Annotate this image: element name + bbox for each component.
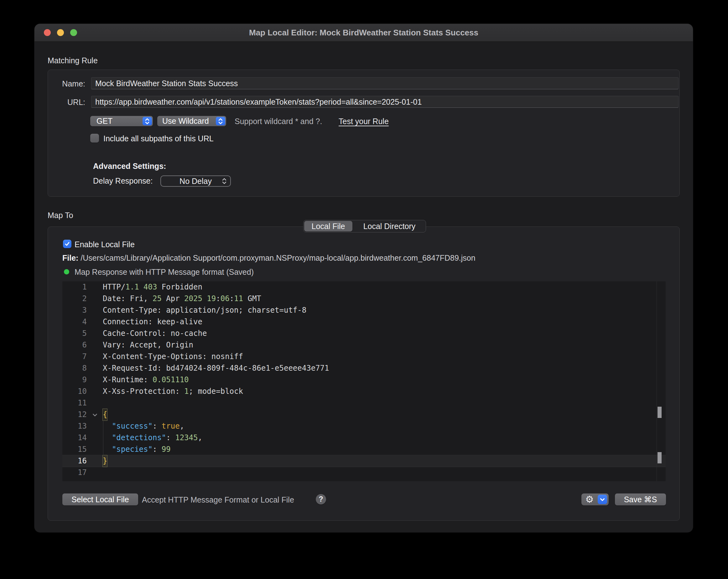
help-button[interactable]: ? — [316, 494, 326, 504]
url-input[interactable]: https://app.birdweather.com/api/v1/stati… — [91, 96, 678, 108]
tab-local-file[interactable]: Local File — [304, 221, 353, 231]
dropdown-stepper-icon — [142, 117, 152, 125]
file-path: /Users/cams/Library/Application Support/… — [78, 253, 475, 262]
code-line: 10X-Xss-Protection: 1; mode=block — [62, 386, 666, 397]
code-line: 13 "success": true, — [62, 421, 666, 432]
wildcard-mode-value: Use Wildcard — [162, 117, 209, 126]
window-title: Map Local Editor: Mock BirdWeather Stati… — [34, 24, 693, 41]
map-response-status: Map Response with HTTP Message format (S… — [75, 268, 254, 277]
code-line: 7X-Content-Type-Options: nosniff — [62, 351, 666, 362]
tab-local-directory[interactable]: Local Directory — [353, 220, 426, 232]
editor-scrollbar-track[interactable] — [656, 281, 657, 481]
select-local-file-button[interactable]: Select Local File — [62, 494, 138, 505]
code-line: 9X-Runtime: 0.051110 — [62, 374, 666, 386]
checkmark-icon — [64, 241, 70, 247]
enable-local-file-checkbox[interactable] — [63, 240, 72, 248]
dropdown-stepper-icon — [216, 117, 225, 125]
saved-status-icon — [64, 269, 69, 274]
name-label: Name: — [47, 79, 85, 89]
advanced-settings-label: Advanced Settings: — [93, 162, 166, 171]
code-line: 8X-Request-Id: bd474024-809f-484c-86e1-e… — [62, 362, 666, 374]
overview-ruler-marker — [657, 452, 661, 463]
title-bar: Map Local Editor: Mock BirdWeather Stati… — [34, 24, 693, 42]
code-line: 17 — [62, 467, 666, 478]
code-line: 2Date: Fri, 25 Apr 2025 19:06:11 GMT — [62, 293, 666, 305]
code-line: 5Cache-Control: no-cache — [62, 328, 666, 339]
code-line: 1HTTP/1.1 403 Forbidden — [62, 281, 666, 293]
wildcard-mode-dropdown[interactable]: Use Wildcard — [157, 116, 226, 126]
code-line: 6Vary: Accept, Origin — [62, 339, 666, 351]
code-line: 12{ — [62, 409, 666, 421]
code-line: 3Content-Type: application/json; charset… — [62, 305, 666, 316]
gear-icon[interactable]: ⚙︎ — [581, 494, 598, 505]
matching-rule-section-label: Matching Rule — [48, 56, 98, 65]
code-editor[interactable]: 1HTTP/1.1 403 Forbidden2Date: Fri, 25 Ap… — [62, 281, 666, 481]
delay-response-value: No Delay — [180, 177, 212, 186]
fold-chevron-icon[interactable] — [87, 409, 103, 421]
method-dropdown-value: GET — [97, 117, 112, 126]
code-line: 16} — [62, 455, 666, 467]
code-lines: 1HTTP/1.1 403 Forbidden2Date: Fri, 25 Ap… — [62, 281, 666, 478]
chevron-down-icon[interactable] — [598, 495, 607, 504]
test-your-rule-link[interactable]: Test your Rule — [339, 117, 389, 126]
accept-format-hint: Accept HTTP Message Format or Local File — [142, 495, 294, 504]
include-subpaths-checkbox[interactable] — [90, 134, 99, 143]
code-line: 14 "detections": 12345, — [62, 432, 666, 444]
dropdown-stepper-icon — [222, 177, 227, 187]
code-line: 11 — [62, 397, 666, 409]
include-subpaths-label: Include all subpaths of this URL — [103, 134, 214, 143]
save-button[interactable]: Save ⌘S — [615, 494, 666, 505]
map-to-section-label: Map To — [48, 211, 73, 220]
method-dropdown[interactable]: GET — [90, 116, 153, 126]
delay-response-label: Delay Response: — [93, 176, 153, 185]
indent-guide — [103, 421, 103, 455]
overview-ruler-marker — [657, 407, 661, 418]
delay-response-dropdown[interactable]: No Delay — [160, 175, 231, 187]
url-label: URL: — [47, 98, 85, 107]
settings-split-button[interactable]: ⚙︎ — [581, 494, 609, 505]
file-label: File: — [62, 253, 78, 262]
map-local-editor-window: Map Local Editor: Mock BirdWeather Stati… — [34, 24, 693, 532]
enable-local-file-label: Enable Local File — [75, 240, 135, 249]
code-line: 15 "species": 99 — [62, 444, 666, 455]
wildcard-hint: Support wildcard * and ?. — [235, 117, 322, 126]
code-line: 4Connection: keep-alive — [62, 316, 666, 328]
name-input[interactable]: Mock BirdWeather Station Stats Success — [91, 77, 678, 89]
map-to-tabs: Local File Local Directory — [303, 220, 426, 232]
